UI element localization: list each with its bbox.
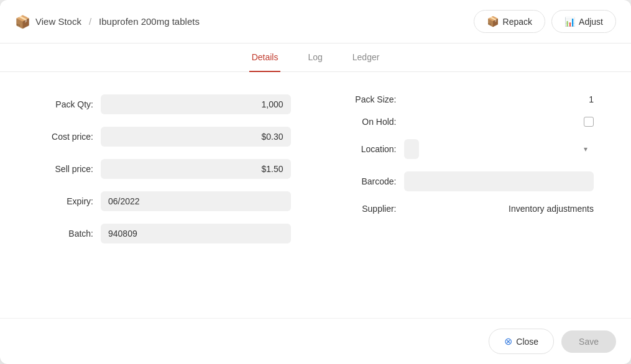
supplier-label: Supplier: (341, 204, 397, 214)
form-content: Pack Qty: Cost price: Sell price: Expiry… (0, 72, 631, 319)
sell-price-label: Sell price: (37, 164, 93, 174)
pack-size-label: Pack Size: (341, 94, 397, 104)
barcode-label: Barcode: (341, 176, 397, 186)
pack-qty-input[interactable] (101, 94, 291, 114)
batch-input[interactable] (101, 224, 291, 243)
pack-qty-label: Pack Qty: (37, 99, 93, 109)
supplier-value: Inventory adjustments (404, 204, 594, 214)
batch-label: Batch: (37, 229, 93, 239)
repack-icon: 📦 (487, 16, 499, 27)
sell-price-input[interactable] (101, 159, 291, 179)
save-button[interactable]: Save (561, 330, 616, 353)
cost-price-label: Cost price: (37, 132, 93, 142)
footer: ⊗ Close Save (0, 318, 631, 364)
on-hold-label: On Hold: (341, 117, 397, 127)
close-circle-icon: ⊗ (504, 335, 512, 347)
on-hold-checkbox-wrapper (404, 117, 594, 127)
expiry-input[interactable] (101, 191, 291, 211)
repack-button[interactable]: 📦 Repack (474, 10, 545, 33)
barcode-input[interactable] (404, 171, 594, 191)
location-select-wrapper (404, 139, 594, 159)
barcode-row: Barcode: (341, 171, 594, 191)
header-actions: 📦 Repack 📊 Adjust (474, 10, 616, 33)
batch-row: Batch: (37, 224, 291, 243)
repack-label: Repack (503, 17, 532, 27)
tab-ledger[interactable]: Ledger (350, 43, 382, 72)
on-hold-row: On Hold: (341, 117, 594, 127)
breadcrumb-root: View Stock (35, 16, 81, 27)
sell-price-row: Sell price: (37, 159, 291, 179)
adjust-icon: 📊 (564, 17, 575, 27)
expiry-label: Expiry: (37, 196, 93, 206)
close-button[interactable]: ⊗ Close (489, 329, 554, 354)
adjust-button[interactable]: 📊 Adjust (551, 10, 616, 33)
pack-qty-row: Pack Qty: (37, 94, 291, 114)
tab-details[interactable]: Details (249, 43, 281, 72)
cost-price-input[interactable] (101, 127, 291, 147)
tab-log[interactable]: Log (305, 43, 325, 72)
pack-size-row: Pack Size: 1 (341, 94, 594, 104)
app-logo-icon: 📦 (15, 14, 30, 29)
location-label: Location: (341, 144, 397, 154)
left-column: Pack Qty: Cost price: Sell price: Expiry… (37, 94, 291, 296)
breadcrumb-item: Ibuprofen 200mg tablets (99, 16, 200, 27)
right-column: Pack Size: 1 On Hold: Location: Barcode: (341, 94, 594, 296)
adjust-label: Adjust (579, 17, 603, 27)
tabs: Details Log Ledger (0, 43, 631, 72)
on-hold-checkbox[interactable] (584, 117, 594, 127)
location-select[interactable] (404, 139, 419, 159)
location-row: Location: (341, 139, 594, 159)
save-label: Save (579, 337, 599, 347)
header: 📦 View Stock / Ibuprofen 200mg tablets 📦… (0, 0, 631, 43)
close-label: Close (516, 337, 538, 347)
cost-price-row: Cost price: (37, 127, 291, 147)
pack-size-value: 1 (404, 94, 594, 104)
supplier-row: Supplier: Inventory adjustments (341, 204, 594, 214)
breadcrumb-separator: / (89, 16, 91, 27)
expiry-row: Expiry: (37, 191, 291, 211)
view-stock-modal: 📦 View Stock / Ibuprofen 200mg tablets 📦… (0, 0, 631, 364)
header-left: 📦 View Stock / Ibuprofen 200mg tablets (15, 14, 200, 29)
